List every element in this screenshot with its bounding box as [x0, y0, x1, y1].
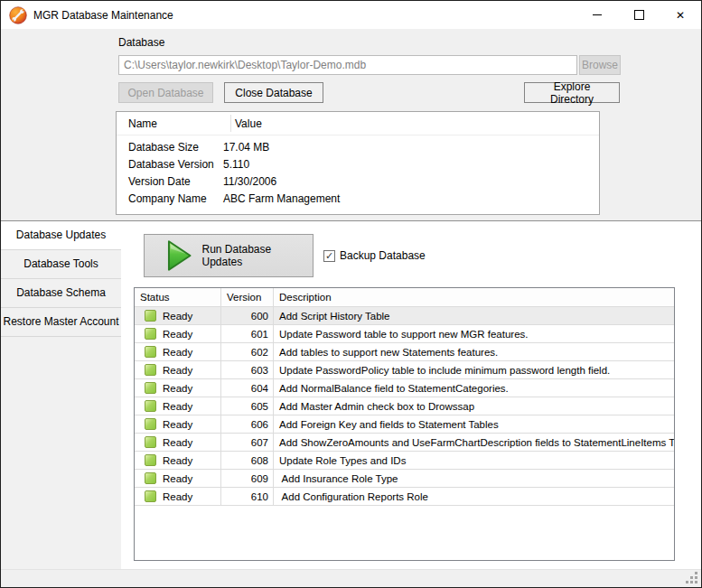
status-cell: Ready — [135, 325, 221, 342]
description-cell: Add Configuration Reports Role — [274, 488, 674, 505]
close-database-button[interactable]: Close Database — [224, 82, 323, 103]
status-ready-icon — [145, 490, 156, 502]
run-button-label: Run Database Updates — [201, 243, 313, 268]
app-window: MGR Database Maintenance ✕ Database Brow… — [0, 0, 702, 588]
status-ready-icon — [145, 454, 156, 466]
minimize-icon — [593, 14, 602, 15]
status-label: Ready — [163, 491, 192, 502]
tab-database-updates[interactable]: Database Updates — [1, 221, 121, 250]
run-database-updates-button[interactable]: Run Database Updates — [144, 234, 314, 277]
status-cell: Ready — [135, 361, 221, 378]
status-label: Ready — [163, 347, 192, 358]
info-name: Company Name — [117, 192, 223, 205]
description-cell: Update PasswordPolicy table to include m… — [274, 361, 674, 378]
table-row[interactable]: Ready600Add Script History Table — [135, 307, 674, 325]
table-row[interactable]: Ready601Update Password table to support… — [135, 325, 674, 343]
info-name: Version Date — [117, 175, 223, 188]
open-database-button[interactable]: Open Database — [118, 82, 213, 103]
info-rows: Database Size17.04 MBDatabase Version5.1… — [117, 138, 599, 207]
info-column-name: Name — [128, 117, 157, 130]
close-button[interactable]: ✕ — [660, 1, 701, 29]
info-row[interactable]: Database Version5.110 — [117, 155, 599, 173]
description-cell: Update Role Types and IDs — [274, 452, 674, 469]
version-cell: 605 — [221, 397, 274, 415]
table-row[interactable]: Ready610 Add Configuration Reports Role — [135, 488, 674, 506]
info-name: Database Size — [117, 141, 223, 154]
table-row[interactable]: Ready602Add tables to support new Statem… — [135, 343, 674, 361]
status-cell: Ready — [135, 415, 221, 433]
resize-grip-icon[interactable] — [686, 572, 698, 584]
status-cell: Ready — [135, 470, 221, 487]
database-section: Database Browse Open Database Close Data… — [1, 29, 701, 221]
status-ready-icon — [145, 310, 156, 322]
info-column-separator — [230, 115, 231, 132]
info-header: Name Value — [117, 112, 599, 135]
maximize-icon — [634, 10, 644, 20]
checkbox-box[interactable]: ✓ — [323, 250, 335, 262]
status-cell: Ready — [135, 379, 221, 397]
column-header-version[interactable]: Version — [221, 288, 274, 306]
tab-database-tools[interactable]: Database Tools — [1, 250, 121, 279]
close-icon: ✕ — [676, 10, 685, 21]
info-value: 5.110 — [223, 158, 249, 171]
status-label: Ready — [163, 365, 192, 376]
database-info-panel: Name Value Database Size17.04 MBDatabase… — [116, 111, 600, 215]
column-header-description[interactable]: Description — [274, 288, 674, 306]
table-row[interactable]: Ready609 Add Insurance Role Type — [135, 470, 674, 488]
status-label: Ready — [163, 383, 192, 394]
description-cell: Update Password table to support new MGR… — [274, 325, 674, 342]
status-label: Ready — [163, 473, 192, 484]
status-cell: Ready — [135, 434, 221, 451]
table-row[interactable]: Ready608Update Role Types and IDs — [135, 452, 674, 470]
version-cell: 608 — [221, 452, 274, 469]
status-ready-icon — [145, 382, 156, 394]
tab-database-schema[interactable]: Database Schema — [1, 279, 121, 308]
column-header-status[interactable]: Status — [135, 288, 221, 306]
table-row[interactable]: Ready604Add NormalBalance field to State… — [135, 379, 674, 397]
app-icon — [9, 6, 27, 24]
info-column-value: Value — [235, 117, 262, 130]
tab-strip: Database UpdatesDatabase ToolsDatabase S… — [1, 221, 121, 569]
explore-directory-button[interactable]: Explore Directory — [524, 82, 620, 103]
updates-panel: Run Database Updates ✓ Backup Database S… — [121, 221, 701, 569]
run-icon — [166, 239, 192, 272]
description-cell: Add NormalBalance field to StatementCate… — [274, 379, 674, 397]
updates-table-body: Ready600Add Script History TableReady601… — [135, 307, 674, 506]
status-label: Ready — [163, 419, 192, 430]
info-value: ABC Farm Management — [223, 192, 340, 205]
table-row[interactable]: Ready603Update PasswordPolicy table to i… — [135, 361, 674, 379]
info-value: 11/30/2006 — [223, 175, 276, 188]
table-row[interactable]: Ready607Add ShowZeroAmounts and UseFarmC… — [135, 434, 674, 452]
status-label: Ready — [163, 329, 192, 340]
maximize-button[interactable] — [618, 1, 660, 29]
table-row[interactable]: Ready606Add Foreign Key and fields to St… — [135, 415, 674, 434]
database-path-input[interactable] — [118, 55, 577, 75]
status-ready-icon — [145, 346, 156, 358]
table-row[interactable]: Ready605Add Master Admin check box to Dr… — [135, 397, 674, 415]
info-row[interactable]: Database Size17.04 MB — [117, 138, 599, 155]
title-bar[interactable]: MGR Database Maintenance ✕ — [1, 1, 701, 29]
database-label: Database — [118, 36, 164, 49]
window-controls: ✕ — [576, 1, 701, 29]
version-cell: 603 — [221, 361, 274, 378]
status-label: Ready — [163, 401, 192, 412]
version-cell: 600 — [221, 307, 274, 324]
window-title: MGR Database Maintenance — [33, 9, 173, 22]
info-row[interactable]: Version Date11/30/2006 — [117, 173, 599, 190]
status-cell: Ready — [135, 343, 221, 360]
description-cell: Add ShowZeroAmounts and UseFarmChartDesc… — [274, 434, 674, 451]
version-cell: 601 — [221, 325, 274, 342]
info-row[interactable]: Company NameABC Farm Management — [117, 190, 599, 207]
description-cell: Add tables to support new Statements fea… — [274, 343, 674, 360]
status-cell: Ready — [135, 452, 221, 469]
tab-restore-master-account[interactable]: Restore Master Account — [1, 308, 121, 337]
status-cell: Ready — [135, 397, 221, 415]
minimize-button[interactable] — [576, 1, 618, 29]
browse-button[interactable]: Browse — [579, 55, 621, 75]
version-cell: 602 — [221, 343, 274, 360]
backup-database-checkbox[interactable]: ✓ Backup Database — [323, 249, 426, 262]
status-cell: Ready — [135, 307, 221, 324]
info-name: Database Version — [117, 158, 223, 171]
status-label: Ready — [163, 311, 192, 322]
version-cell: 606 — [221, 415, 274, 433]
